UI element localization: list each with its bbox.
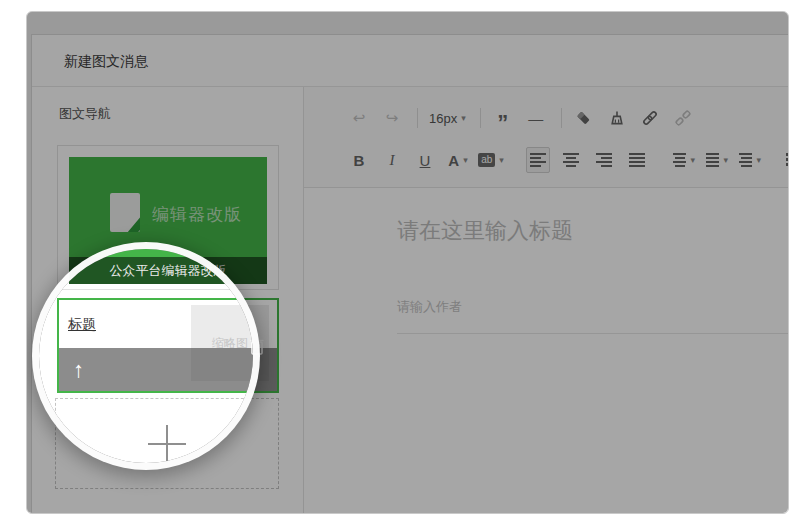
font-color-dropdown[interactable]: A ▾ <box>446 147 470 173</box>
toolbar-separator <box>561 108 562 128</box>
align-center-icon <box>563 153 579 167</box>
toolbar-separator <box>480 108 481 128</box>
article-nav-sidebar: 图文导航 编辑器改版 公众平台编辑器改版 标题 缩略图 ↑ <box>32 87 304 514</box>
align-center-button[interactable] <box>559 147 583 173</box>
align-left-button[interactable] <box>526 147 550 173</box>
sidebar-heading: 图文导航 <box>59 105 303 123</box>
align-left-icon <box>530 153 546 167</box>
pencil-page-icon <box>110 193 140 232</box>
article-1-caption: 公众平台编辑器改版 <box>69 257 267 284</box>
eraser-button[interactable] <box>572 105 596 131</box>
author-placeholder[interactable]: 请输入作者 <box>397 298 789 316</box>
link-button[interactable] <box>638 105 662 131</box>
align-justify-button[interactable] <box>625 147 649 173</box>
screenshot-frame: 新建图文消息 图文导航 编辑器改版 公众平台编辑器改版 标题 缩略图 <box>26 11 789 514</box>
move-up-icon[interactable]: ↑ <box>73 358 84 380</box>
indent-icon <box>739 153 752 167</box>
line-height-icon <box>673 153 686 167</box>
editor-content-area[interactable]: 请在这里输入标题 请输入作者 <box>304 188 789 514</box>
article-2-title: 标题 <box>68 316 96 334</box>
chevron-down-icon: ▾ <box>499 155 504 165</box>
article-2-hover-bar: ↑ <box>59 348 277 391</box>
font-size-dropdown[interactable]: 16px ▾ <box>428 105 467 131</box>
delete-article-icon[interactable] <box>249 337 265 355</box>
toolbar-row-2: B I U A ▾ ab ▾ <box>347 139 789 181</box>
unlink-button[interactable] <box>671 105 695 131</box>
align-right-icon <box>596 153 612 167</box>
blockquote-button[interactable]: ” <box>491 105 515 131</box>
underline-button[interactable]: U <box>413 147 437 173</box>
editor-toolbar: ↩ ↪ 16px ▾ ” — <box>304 87 789 188</box>
line-height-dropdown[interactable]: ▾ <box>672 147 696 173</box>
modal-title: 新建图文消息 <box>32 35 789 87</box>
chevron-down-icon: ▾ <box>463 155 468 165</box>
align-right-button[interactable] <box>592 147 616 173</box>
ordered-list-icon <box>786 153 789 167</box>
undo-button[interactable]: ↩ <box>347 105 371 131</box>
ordered-list-dropdown[interactable]: ▾ <box>785 147 789 173</box>
title-placeholder[interactable]: 请在这里输入标题 <box>397 216 789 246</box>
horizontal-rule-button[interactable]: — <box>524 105 548 131</box>
add-article-dropzone[interactable] <box>55 398 279 489</box>
toolbar-row-1: ↩ ↪ 16px ▾ ” — <box>347 97 789 139</box>
letter-spacing-icon <box>706 153 719 167</box>
chevron-down-icon: ▾ <box>461 113 466 123</box>
plus-icon[interactable] <box>148 425 186 463</box>
clear-format-brush-button[interactable] <box>605 105 629 131</box>
cover-title-text: 编辑器改版 <box>152 203 242 226</box>
author-divider <box>397 333 789 334</box>
italic-button[interactable]: I <box>380 147 404 173</box>
editor-main: ↩ ↪ 16px ▾ ” — <box>304 87 789 514</box>
article-item-2-selected[interactable]: 标题 缩略图 ↑ <box>57 298 279 393</box>
chevron-down-icon: ▾ <box>756 155 761 165</box>
align-justify-icon <box>629 153 645 167</box>
indent-dropdown[interactable]: ▾ <box>738 147 762 173</box>
chevron-down-icon: ▾ <box>690 155 695 165</box>
redo-button[interactable]: ↪ <box>380 105 404 131</box>
highlight-color-dropdown[interactable]: ab ▾ <box>479 147 503 173</box>
article-item-1[interactable]: 编辑器改版 公众平台编辑器改版 <box>57 145 279 290</box>
bold-button[interactable]: B <box>347 147 371 173</box>
letter-spacing-dropdown[interactable]: ▾ <box>705 147 729 173</box>
new-article-modal: 新建图文消息 图文导航 编辑器改版 公众平台编辑器改版 标题 缩略图 <box>31 34 789 514</box>
toolbar-separator <box>417 108 418 128</box>
chevron-down-icon: ▾ <box>723 155 728 165</box>
article-1-cover-image[interactable]: 编辑器改版 公众平台编辑器改版 <box>69 157 267 284</box>
